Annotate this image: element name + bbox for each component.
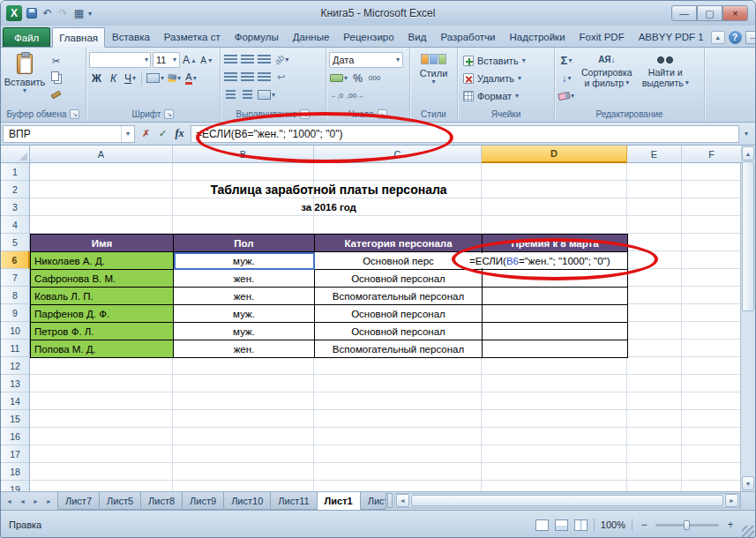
align-left-icon[interactable] [223, 70, 238, 85]
next-sheet-icon[interactable]: ► [29, 494, 42, 508]
zoom-level-label[interactable]: 100% [601, 519, 625, 530]
insert-cells-button[interactable]: Вставить ▾ [460, 52, 528, 69]
sort-filter-button[interactable]: АЯ↓ Сортировка и фильтр▾ [578, 50, 636, 89]
autosum-button[interactable]: Σ▾ [558, 53, 575, 68]
zoom-slider[interactable] [655, 524, 719, 527]
clipboard-dialog-launcher-icon[interactable]: ↘ [70, 109, 79, 119]
clear-button[interactable]: ▾ [558, 88, 575, 103]
table-cell-bonus[interactable] [483, 323, 628, 340]
align-right-icon[interactable] [257, 70, 272, 85]
row-header-11[interactable]: 11 [1, 340, 30, 357]
row-header-19[interactable]: 19 [1, 481, 30, 491]
scroll-right-icon[interactable]: ► [725, 494, 738, 507]
row-header-16[interactable]: 16 [1, 428, 30, 445]
tab-ABBYY PDF 1[interactable]: ABBYY PDF 1 [632, 27, 711, 47]
sheet-tab-Лист1[interactable]: Лист1 [317, 492, 361, 511]
increase-indent-icon[interactable] [240, 87, 255, 102]
tab-Главная[interactable]: Главная [52, 27, 105, 48]
align-middle-icon[interactable] [240, 52, 255, 67]
tab-Надстройки[interactable]: Надстройки [502, 27, 572, 47]
bold-button[interactable]: Ж [89, 71, 104, 86]
paste-button[interactable]: Вставить ▾ [4, 50, 46, 95]
cancel-entry-button[interactable]: ✗ [138, 125, 154, 143]
column-header-B[interactable]: B [173, 146, 314, 163]
name-box-dropdown-icon[interactable]: ▾ [121, 126, 134, 142]
percent-format-icon[interactable]: % [350, 71, 365, 86]
borders-button[interactable]: ▾ [146, 71, 165, 86]
row-header-10[interactable]: 10 [1, 322, 30, 340]
row-header-7[interactable]: 7 [1, 269, 30, 287]
row-header-15[interactable]: 15 [1, 410, 30, 428]
table-cell-bonus[interactable]: =ЕСЛИ(B6="жен."; "1000"; "0") [483, 252, 628, 270]
table-cell-gender[interactable]: муж. [174, 323, 315, 340]
table-mode-icon[interactable]: ▦ [72, 5, 86, 21]
help-icon[interactable]: ? [729, 31, 742, 44]
resize-grip[interactable] [742, 526, 754, 538]
row-header-9[interactable]: 9 [1, 304, 30, 322]
row-header-13[interactable]: 13 [1, 375, 30, 392]
minimize-ribbon-icon[interactable]: ▴ [711, 31, 725, 44]
table-cell-gender[interactable]: муж. [174, 305, 315, 323]
tab-Foxit PDF[interactable]: Foxit PDF [573, 27, 632, 47]
zoom-slider-thumb[interactable] [684, 520, 690, 530]
delete-cells-button[interactable]: Удалить ▾ [460, 70, 528, 86]
undo-icon[interactable]: ↶ [41, 5, 54, 21]
qat-customize-icon[interactable]: ▾ [88, 10, 92, 18]
cut-icon[interactable]: ✂ [49, 54, 64, 69]
grid-cells[interactable]: Таблица заработной платы персоналаза 201… [30, 163, 742, 491]
row-header-4[interactable]: 4 [1, 216, 30, 234]
table-cell-bonus[interactable] [483, 270, 628, 288]
row-header-1[interactable]: 1 [1, 163, 30, 181]
prev-sheet-icon[interactable]: ◄ [16, 494, 29, 508]
row-header-12[interactable]: 12 [1, 357, 30, 375]
increase-decimal-icon[interactable]: ←,0 [329, 88, 344, 103]
table-cell-name[interactable]: Коваль Л. П. [31, 288, 174, 305]
insert-function-button[interactable]: fx [171, 125, 188, 143]
table-cell-name[interactable]: Сафронова В. М. [31, 270, 174, 288]
row-header-6[interactable]: 6 [1, 251, 30, 269]
table-cell-bonus[interactable] [483, 288, 628, 305]
close-button[interactable]: × [722, 5, 748, 21]
row-header-17[interactable]: 17 [1, 445, 30, 463]
number-format-select[interactable]: Дата▾ [329, 52, 403, 68]
shrink-font-button[interactable]: А▼ [199, 53, 214, 68]
table-cell-category[interactable]: Основной перс [315, 252, 483, 270]
formula-input[interactable]: =ЕСЛИ(B6="жен."; "1000"; "0") [191, 125, 739, 143]
tab-Формулы[interactable]: Формулы [228, 27, 286, 47]
font-size-select[interactable]: 11▾ [153, 52, 180, 68]
column-header-D[interactable]: D [482, 146, 627, 163]
sheet-tab-Лист5[interactable]: Лист5 [99, 492, 141, 510]
cell-edit-formula[interactable]: =ЕСЛИ(B6="жен."; "1000"; "0") [468, 253, 611, 268]
table-cell-gender[interactable]: жен. [174, 288, 315, 305]
align-top-icon[interactable] [223, 52, 238, 67]
alignment-dialog-launcher-icon[interactable]: ↘ [300, 109, 310, 119]
tab-Вставка[interactable]: Вставка [105, 27, 157, 47]
font-dialog-launcher-icon[interactable]: ↘ [164, 109, 174, 119]
horizontal-scroll-thumb[interactable] [411, 495, 723, 506]
table-cell-bonus[interactable] [483, 340, 628, 358]
sheet-tab-Лист11[interactable]: Лист11 [270, 492, 317, 510]
redo-icon[interactable]: ↷ [56, 5, 70, 21]
table-cell-category[interactable]: Основной персонал [315, 270, 483, 288]
minimize-button[interactable]: — [671, 5, 697, 21]
wrap-text-icon[interactable]: ↩ [273, 70, 288, 85]
font-color-button[interactable]: А▾ [183, 71, 198, 86]
scroll-up-icon[interactable]: ▲ [742, 146, 754, 161]
name-box[interactable]: ВПР ▾ [3, 125, 135, 143]
excel-logo-icon[interactable]: X [6, 5, 22, 21]
normal-view-icon[interactable] [535, 519, 549, 531]
currency-format-icon[interactable]: ▾ [329, 71, 348, 86]
sheet-tab-Лист7[interactable]: Лист7 [57, 492, 100, 510]
table-cell-gender[interactable]: жен. [174, 340, 315, 358]
horizontal-scrollbar[interactable]: ◄ ► [394, 493, 740, 508]
page-break-view-icon[interactable] [574, 519, 588, 531]
column-header-E[interactable]: E [627, 146, 682, 163]
page-layout-view-icon[interactable] [555, 519, 568, 531]
vertical-scroll-thumb[interactable] [742, 161, 754, 311]
decrease-decimal-icon[interactable]: ,00→ [346, 88, 364, 103]
row-header-14[interactable]: 14 [1, 392, 30, 410]
row-header-3[interactable]: 3 [1, 198, 30, 216]
column-header-A[interactable]: A [30, 146, 173, 163]
save-icon[interactable] [25, 5, 38, 21]
table-cell-gender[interactable]: жен. [174, 270, 315, 288]
